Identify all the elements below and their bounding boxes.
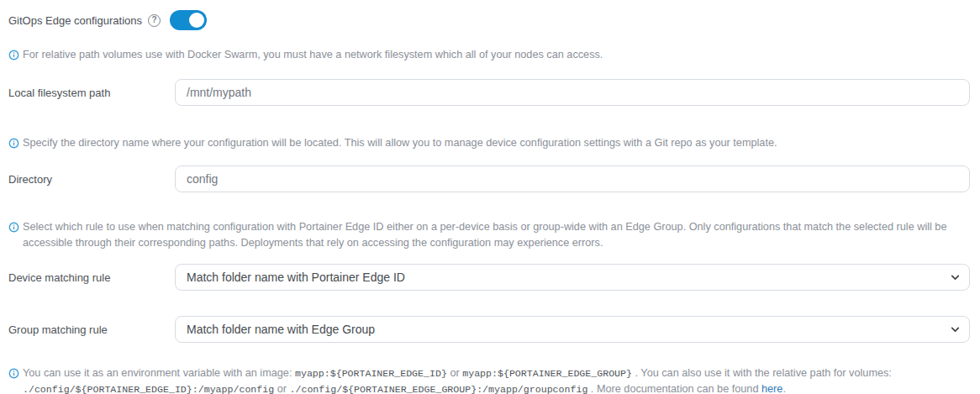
- usage-text: . More documentation can be found: [587, 383, 761, 394]
- volume-path-code: ./config/${PORTAINER_EDGE_GROUP}:/myapp/…: [290, 384, 588, 394]
- note-swarm-text: For relative path volumes use with Docke…: [23, 49, 603, 60]
- device-rule-select[interactable]: Match folder name with Portainer Edge ID: [175, 264, 970, 291]
- note-directory-text: Specify the directory name where your co…: [23, 137, 777, 149]
- directory-label: Directory: [8, 173, 175, 186]
- group-rule-row: Group matching rule Match folder name wi…: [8, 316, 970, 343]
- directory-row: Directory: [8, 165, 970, 192]
- info-icon: [8, 222, 19, 233]
- device-rule-label: Device matching rule: [8, 271, 175, 284]
- chevron-down-icon: [950, 272, 961, 283]
- gitops-edge-header: GitOps Edge configurations ?: [8, 10, 970, 30]
- info-icon: [8, 368, 19, 379]
- info-icon: [8, 138, 19, 149]
- documentation-link[interactable]: here: [761, 383, 782, 394]
- usage-text: or: [447, 367, 462, 379]
- group-rule-select[interactable]: Match folder name with Edge Group: [175, 316, 970, 343]
- gitops-edge-title: GitOps Edge configurations: [8, 14, 142, 27]
- env-var-code: myapp:${PORTAINER_EDGE_ID}: [295, 368, 447, 379]
- info-icon: [8, 50, 19, 60]
- note-usage: You can use it as an environment variabl…: [8, 365, 970, 394]
- gitops-edge-toggle[interactable]: [170, 10, 207, 30]
- help-tooltip-icon[interactable]: ?: [148, 14, 161, 27]
- toggle-knob: [189, 13, 204, 28]
- local-path-input[interactable]: [175, 79, 970, 106]
- local-path-label: Local filesystem path: [8, 87, 175, 99]
- directory-input[interactable]: [175, 165, 970, 192]
- device-rule-row: Device matching rule Match folder name w…: [8, 264, 970, 291]
- group-rule-selected-value: Match folder name with Edge Group: [187, 323, 375, 336]
- volume-path-code: ./config/${PORTAINER_EDGE_ID}:/myapp/con…: [23, 384, 274, 394]
- note-matching-text: Select which rule to use when matching c…: [23, 221, 946, 249]
- env-var-code: myapp:${PORTAINER_EDGE_GROUP}: [462, 368, 632, 379]
- note-directory: Specify the directory name where your co…: [8, 135, 970, 151]
- note-swarm: For relative path volumes use with Docke…: [8, 47, 970, 63]
- device-rule-selected-value: Match folder name with Portainer Edge ID: [187, 271, 405, 284]
- usage-text: .: [782, 383, 786, 394]
- note-usage-text: You can use it as an environment variabl…: [23, 367, 892, 394]
- group-rule-label: Group matching rule: [8, 323, 175, 336]
- chevron-down-icon: [950, 324, 961, 335]
- note-matching: Select which rule to use when matching c…: [8, 219, 970, 251]
- usage-text: You can use it as an environment variabl…: [23, 367, 295, 379]
- usage-text: or: [274, 383, 289, 394]
- local-path-row: Local filesystem path: [8, 79, 970, 106]
- usage-text: . You can also use it with the relative …: [632, 367, 892, 379]
